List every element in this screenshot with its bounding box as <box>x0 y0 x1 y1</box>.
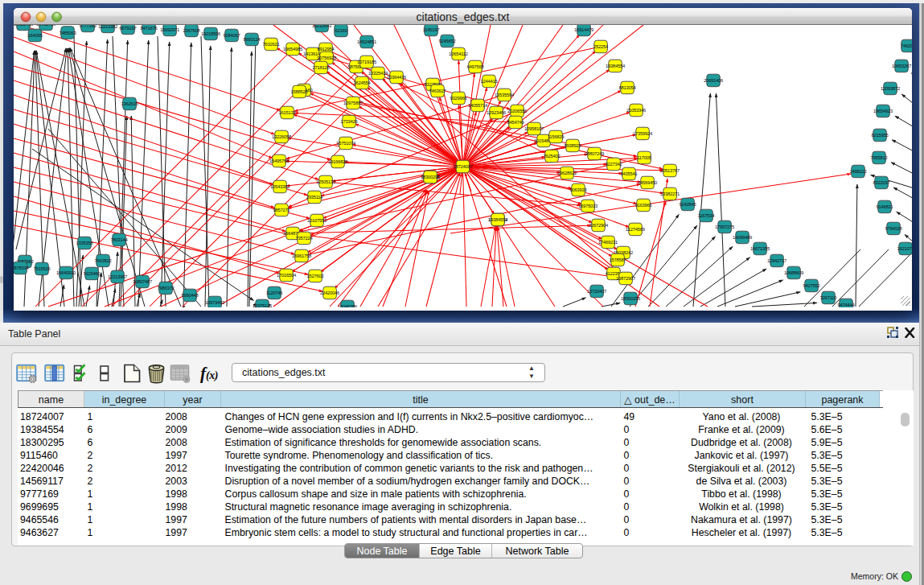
svg-text:16671355: 16671355 <box>750 246 770 251</box>
svg-text:8912954: 8912954 <box>317 47 335 51</box>
svg-text:2367608: 2367608 <box>183 28 199 33</box>
svg-text:13382271: 13382271 <box>660 192 680 196</box>
svg-text:17469231: 17469231 <box>598 240 618 245</box>
svg-text:21053346: 21053346 <box>626 108 646 113</box>
svg-text:6679197: 6679197 <box>119 26 136 31</box>
svg-text:1362615: 1362615 <box>121 101 138 106</box>
svg-text:12505135: 12505135 <box>316 179 335 184</box>
svg-text:19218506: 19218506 <box>201 31 220 36</box>
svg-text:1145197: 1145197 <box>423 27 440 32</box>
svg-text:20206556: 20206556 <box>507 109 527 113</box>
svg-text:10653267: 10653267 <box>892 64 911 68</box>
svg-text:62160: 62160 <box>335 28 347 33</box>
svg-text:10025458: 10025458 <box>14 25 33 27</box>
svg-text:11274569: 11274569 <box>626 227 645 232</box>
svg-text:9163966: 9163966 <box>634 203 651 208</box>
svg-text:10872907: 10872907 <box>616 276 635 281</box>
svg-text:13720407: 13720407 <box>587 289 606 294</box>
svg-text:252254: 252254 <box>593 44 609 49</box>
svg-text:20364436: 20364436 <box>387 75 406 80</box>
svg-text:20513767: 20513767 <box>660 168 680 173</box>
svg-text:7357224: 7357224 <box>295 236 313 241</box>
svg-text:7515526: 7515526 <box>33 266 50 271</box>
svg-text:14055714: 14055714 <box>468 103 488 108</box>
svg-text:164095: 164095 <box>27 33 42 38</box>
svg-text:1498222: 1498222 <box>849 169 866 174</box>
svg-text:16975033: 16975033 <box>578 204 598 208</box>
svg-text:14099489: 14099489 <box>733 235 752 240</box>
svg-text:13325419: 13325419 <box>368 71 388 76</box>
svg-text:7632621: 7632621 <box>262 42 279 47</box>
svg-text:14524851: 14524851 <box>357 39 376 44</box>
svg-text:9777169: 9777169 <box>79 25 96 28</box>
svg-text:19384554: 19384554 <box>606 64 626 68</box>
svg-text:1335358: 1335358 <box>76 241 92 245</box>
svg-text:10543362: 10543362 <box>270 184 290 189</box>
svg-text:8660124: 8660124 <box>243 37 261 42</box>
svg-text:15751074: 15751074 <box>336 141 356 146</box>
svg-text:2935114: 2935114 <box>306 195 324 200</box>
svg-text:1244415: 1244415 <box>480 79 497 84</box>
svg-text:9245652: 9245652 <box>438 39 455 43</box>
svg-text:8938923: 8938923 <box>564 143 581 148</box>
svg-text:3624554: 3624554 <box>353 80 371 85</box>
svg-text:9329966: 9329966 <box>450 96 466 101</box>
svg-text:20691406: 20691406 <box>704 78 723 83</box>
svg-text:15046786: 15046786 <box>338 304 357 307</box>
svg-text:8454749: 8454749 <box>507 120 524 125</box>
svg-text:22672904: 22672904 <box>589 223 609 228</box>
svg-text:19654985: 19654985 <box>283 47 302 51</box>
svg-text:8990448: 8990448 <box>181 293 198 298</box>
svg-text:1621072: 1621072 <box>897 246 912 251</box>
svg-text:8813054: 8813054 <box>618 85 636 90</box>
svg-text:15692971: 15692971 <box>160 27 179 32</box>
svg-text:8435541: 8435541 <box>620 171 637 176</box>
svg-text:17016504: 17016504 <box>277 273 297 278</box>
svg-text:9063933: 9063933 <box>569 187 586 192</box>
svg-text:18807249: 18807249 <box>585 151 604 156</box>
svg-text:1156829: 1156829 <box>548 134 565 139</box>
svg-text:10756928: 10756928 <box>317 56 336 60</box>
svg-text:16914479: 16914479 <box>574 27 593 32</box>
svg-text:7485063: 7485063 <box>59 31 76 35</box>
svg-text:10654112: 10654112 <box>449 51 468 56</box>
svg-text:1527602: 1527602 <box>306 274 323 278</box>
svg-text:18724007: 18724007 <box>453 164 472 169</box>
svg-text:7803144: 7803144 <box>110 237 128 242</box>
svg-text:22420046: 22420046 <box>320 290 339 295</box>
svg-text:7663822: 7663822 <box>94 258 111 263</box>
svg-text:9084067: 9084067 <box>223 33 240 38</box>
svg-text:10958107: 10958107 <box>524 126 544 131</box>
svg-text:12213382: 12213382 <box>98 25 117 29</box>
svg-text:10973493: 10973493 <box>205 300 224 305</box>
svg-text:746206: 746206 <box>901 43 912 48</box>
svg-text:19628622: 19628622 <box>557 171 577 175</box>
svg-text:12923466: 12923466 <box>487 110 506 115</box>
svg-text:9794028: 9794028 <box>885 226 901 231</box>
svg-text:8215955: 8215955 <box>871 133 888 138</box>
svg-text:1167534: 1167534 <box>698 213 716 218</box>
svg-text:12942717: 12942717 <box>767 258 786 263</box>
svg-text:1120746: 1120746 <box>266 290 283 295</box>
svg-text:8471676: 8471676 <box>140 26 157 31</box>
svg-text:117005: 117005 <box>637 155 651 160</box>
svg-text:12213967: 12213967 <box>108 274 127 279</box>
svg-text:19384554: 19384554 <box>488 217 508 222</box>
svg-text:7986372: 7986372 <box>157 286 174 290</box>
svg-text:12093872: 12093872 <box>881 86 900 91</box>
svg-text:10107553: 10107553 <box>307 218 326 223</box>
svg-text:14569450: 14569450 <box>638 180 657 185</box>
svg-text:7955812: 7955812 <box>870 155 887 160</box>
svg-text:9427552: 9427552 <box>803 283 819 288</box>
svg-text:1615132: 1615132 <box>278 110 295 115</box>
svg-text:16640910: 16640910 <box>56 270 76 275</box>
svg-text:18300295: 18300295 <box>621 296 640 301</box>
svg-text:9474444: 9474444 <box>837 303 855 307</box>
svg-text:10688609: 10688609 <box>784 270 803 275</box>
svg-text:7625402: 7625402 <box>543 154 560 159</box>
svg-text:10719185: 10719185 <box>357 60 376 64</box>
svg-text:10975887: 10975887 <box>343 101 363 105</box>
svg-text:9227342: 9227342 <box>605 162 622 167</box>
svg-text:1733426: 1733426 <box>340 119 357 124</box>
svg-text:17359924: 17359924 <box>633 131 653 136</box>
